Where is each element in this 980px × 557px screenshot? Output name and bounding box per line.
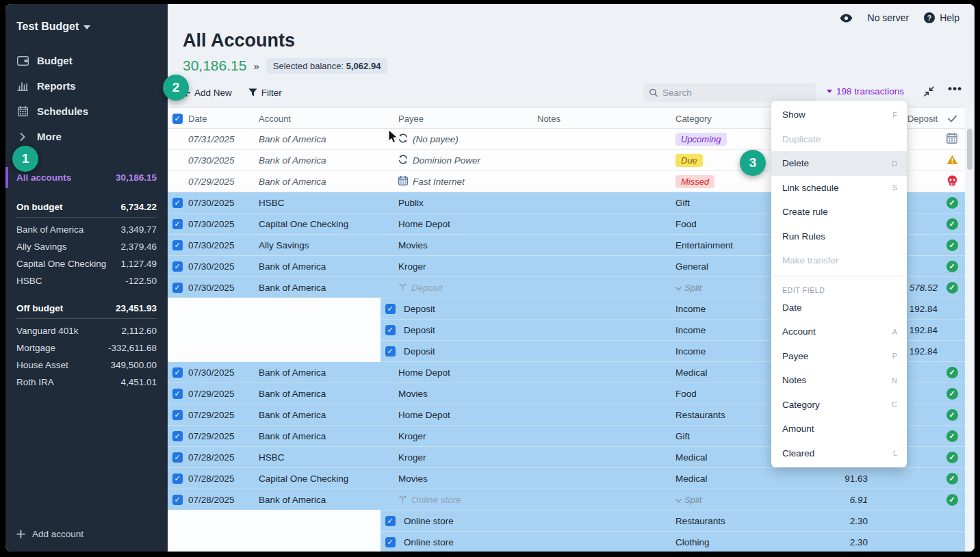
payee-cell[interactable]: Publix (398, 192, 535, 213)
row-checkbox[interactable]: ✓ (172, 452, 183, 463)
menu-item-run-rules[interactable]: Run Rules (771, 224, 907, 249)
row-checkbox[interactable]: ✓ (172, 431, 183, 441)
account-cell[interactable]: Ally Savings (259, 235, 396, 256)
category-cell[interactable]: Entertainment (675, 235, 778, 256)
notes-cell[interactable] (537, 447, 673, 468)
account-cell[interactable]: Bank of America (259, 277, 396, 298)
menu-item-cleared[interactable]: ClearedL (771, 441, 907, 466)
notes-cell[interactable] (537, 468, 673, 489)
payee-cell[interactable]: Home Depot (398, 404, 535, 426)
row-checkbox[interactable]: ✓ (172, 219, 183, 229)
sidebar-item-more[interactable]: More (5, 124, 168, 149)
account-cell[interactable]: Bank of America (259, 383, 396, 404)
sidebar-item-reports[interactable]: Reports (5, 73, 168, 99)
column-header-account[interactable]: Account (259, 108, 396, 129)
date-cell[interactable]: 07/28/2025 (188, 447, 257, 468)
date-cell[interactable]: 07/30/2025 (188, 235, 257, 256)
menu-item-account[interactable]: AccountA (771, 320, 907, 344)
row-checkbox[interactable]: ✓ (172, 198, 183, 208)
payment-cell[interactable]: 2.30 (780, 532, 868, 552)
add-new-button[interactable]: Add New (183, 88, 232, 98)
cleared-check-icon[interactable]: ✓ (946, 261, 958, 272)
server-status[interactable]: No server (868, 12, 910, 23)
notes-cell[interactable] (537, 489, 673, 510)
account-group-header[interactable]: On budget6,734.22 (16, 198, 157, 218)
account-cell[interactable]: Capital One Checking (259, 468, 396, 489)
category-cell[interactable]: Clothing (675, 532, 778, 552)
split-category[interactable]: Split (675, 283, 701, 293)
cleared-check-icon[interactable]: ✓ (946, 473, 958, 484)
account-cell[interactable]: Capital One Checking (259, 213, 396, 235)
category-cell[interactable]: Gift (675, 192, 778, 213)
category-cell[interactable]: General (675, 256, 778, 277)
date-cell[interactable]: 07/29/2025 (188, 383, 257, 404)
sidebar-account-vanguard-401k[interactable]: Vanguard 401k2,112.60 (16, 322, 157, 339)
account-cell[interactable]: Bank of America (259, 171, 396, 192)
sidebar-item-schedules[interactable]: Schedules (5, 99, 168, 124)
account-cell[interactable]: HSBC (259, 192, 396, 213)
category-cell[interactable]: Income (675, 320, 778, 341)
category-cell[interactable]: Upcoming (675, 129, 778, 150)
row-checkbox[interactable]: ✓ (172, 283, 183, 293)
notes-cell[interactable] (537, 362, 673, 383)
category-cell[interactable]: Medical (675, 468, 778, 489)
privacy-toggle[interactable] (840, 14, 853, 23)
date-cell[interactable]: 07/30/2025 (188, 150, 257, 171)
account-cell[interactable]: Bank of America (259, 362, 396, 383)
notes-cell[interactable] (537, 235, 673, 256)
payee-cell[interactable]: Online store (404, 510, 535, 532)
sidebar-account-capital-one-checking[interactable]: Capital One Checking1,127.49 (16, 255, 157, 272)
date-cell[interactable]: 07/30/2025 (188, 256, 257, 277)
menu-item-payee[interactable]: PayeeP (771, 344, 907, 369)
column-header-category[interactable]: Category (675, 108, 778, 129)
deposit-cell[interactable] (869, 510, 938, 532)
payee-cell[interactable]: Home Depot (398, 362, 535, 383)
category-cell[interactable]: Medical (675, 447, 778, 468)
cleared-check-icon[interactable]: ✓ (946, 409, 958, 421)
column-header-payee[interactable]: Payee (398, 108, 535, 129)
transactions-count-dropdown[interactable]: 198 transactions (827, 86, 904, 96)
cleared-check-icon[interactable]: ✓ (946, 218, 958, 230)
payee-cell[interactable]: Deposit (398, 277, 535, 298)
account-cell[interactable]: HSBC (259, 447, 396, 468)
cleared-check-icon[interactable]: ✓ (946, 197, 958, 209)
notes-cell[interactable] (537, 129, 673, 150)
notes-cell[interactable] (537, 426, 673, 447)
account-cell[interactable]: Bank of America (259, 426, 396, 447)
collapse-transactions-button[interactable] (923, 86, 935, 100)
date-cell[interactable]: 07/29/2025 (188, 404, 257, 426)
account-cell[interactable]: Bank of America (259, 404, 396, 426)
menu-item-date[interactable]: Date (771, 296, 907, 320)
category-cell[interactable]: Food (675, 213, 778, 235)
payee-cell[interactable]: Online store (404, 532, 535, 552)
row-checkbox[interactable]: ✓ (172, 410, 183, 420)
more-options-button[interactable]: ••• (948, 82, 962, 96)
account-cell[interactable]: Bank of America (259, 129, 396, 150)
budget-file-menu[interactable]: Test Budget (5, 21, 168, 33)
deposit-cell[interactable] (869, 468, 938, 489)
category-cell[interactable]: Restaurants (675, 510, 778, 532)
notes-cell[interactable] (537, 171, 673, 192)
payee-cell[interactable]: Kroger (398, 447, 535, 468)
payee-cell[interactable]: Home Depot (398, 213, 535, 235)
cleared-check-icon[interactable]: ✓ (946, 388, 958, 400)
search-input[interactable] (662, 88, 810, 98)
row-checkbox[interactable]: ✓ (385, 516, 396, 526)
date-cell[interactable]: 07/31/2025 (188, 129, 257, 150)
menu-item-link-schedule[interactable]: Link scheduleS (771, 176, 907, 200)
category-cell[interactable]: Gift (675, 426, 778, 447)
category-cell[interactable]: Income (675, 298, 778, 320)
category-cell[interactable]: Income (675, 341, 778, 362)
row-checkbox[interactable]: ✓ (172, 389, 183, 399)
date-cell[interactable]: 07/28/2025 (188, 468, 257, 489)
date-cell[interactable]: 07/30/2025 (188, 192, 257, 213)
date-cell[interactable]: 07/29/2025 (188, 171, 257, 192)
cleared-check-icon[interactable]: ✓ (946, 494, 958, 506)
notes-cell[interactable] (537, 192, 673, 213)
payee-cell[interactable]: Kroger (398, 426, 535, 447)
double-chevron-icon[interactable]: » (253, 60, 259, 72)
cleared-check-icon[interactable]: ✓ (946, 282, 958, 294)
date-cell[interactable]: 07/30/2025 (188, 362, 257, 383)
vertical-scrollbar[interactable] (967, 129, 972, 170)
sidebar-account-mortgage[interactable]: Mortgage-332,611.68 (16, 339, 157, 357)
